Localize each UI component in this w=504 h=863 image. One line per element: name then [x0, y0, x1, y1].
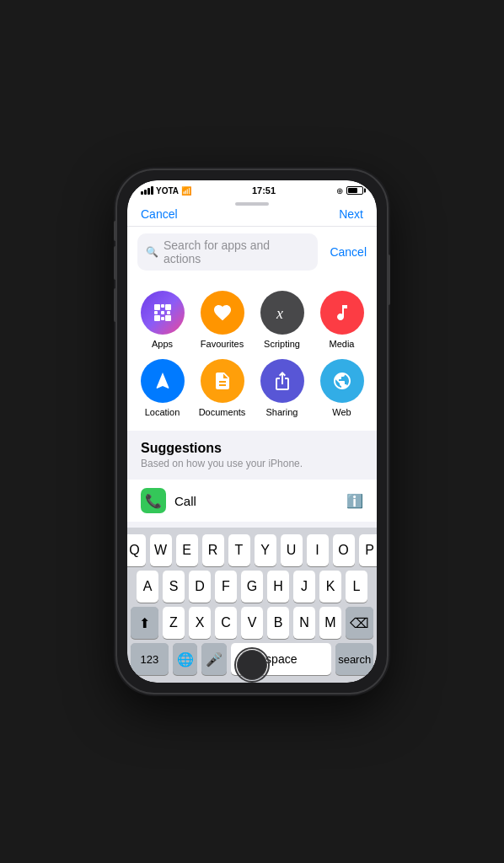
scripting-label: Scripting	[264, 339, 300, 349]
suggestion-call[interactable]: 📞 Call ℹ️	[127, 480, 377, 522]
key-n[interactable]: N	[293, 607, 315, 639]
suggestions-subtitle: Based on how you use your iPhone.	[141, 458, 363, 469]
key-l[interactable]: L	[346, 571, 367, 603]
key-o[interactable]: O	[333, 534, 355, 566]
key-i[interactable]: I	[307, 534, 329, 566]
category-web[interactable]: Web	[317, 359, 367, 417]
sheet-handle	[235, 202, 269, 206]
key-t[interactable]: T	[228, 534, 250, 566]
key-m[interactable]: M	[319, 607, 341, 639]
info-icon[interactable]: ℹ️	[346, 493, 363, 509]
mute-button[interactable]	[114, 221, 117, 241]
category-sharing[interactable]: Sharing	[257, 359, 307, 417]
sharing-label: Sharing	[266, 407, 298, 417]
keyboard-row-3: ⬆ Z X C V B N M ⌫	[131, 607, 373, 639]
category-scripting[interactable]: xScripting	[257, 291, 307, 349]
categories-grid: AppsFavouritesxScriptingMediaLocationDoc…	[137, 291, 367, 417]
suggestion-label: Call	[174, 494, 338, 508]
battery-icon	[346, 186, 363, 195]
location-icon	[141, 359, 185, 403]
documents-icon	[201, 359, 244, 403]
key-c[interactable]: C	[215, 607, 237, 639]
key-q[interactable]: Q	[127, 534, 146, 566]
svg-rect-1	[161, 304, 164, 308]
svg-rect-0	[154, 304, 160, 310]
call-app-icon: 📞	[141, 488, 166, 513]
svg-rect-4	[161, 311, 164, 314]
sharing-icon	[260, 359, 304, 403]
key-a[interactable]: A	[137, 571, 158, 603]
shift-key[interactable]: ⬆	[131, 607, 158, 639]
documents-label: Documents	[199, 407, 246, 417]
category-apps[interactable]: Apps	[137, 291, 187, 349]
volume-down-button[interactable]	[114, 288, 117, 322]
location-label: Location	[145, 407, 180, 417]
volume-up-button[interactable]	[114, 246, 117, 280]
mic-key[interactable]: 🎤	[201, 643, 227, 675]
key-x[interactable]: X	[189, 607, 211, 639]
signal-bar-3	[147, 188, 150, 195]
key-u[interactable]: U	[281, 534, 303, 566]
category-documents[interactable]: Documents	[197, 359, 247, 417]
search-input[interactable]: Search for apps and actions	[164, 239, 309, 265]
key-w[interactable]: W	[150, 534, 172, 566]
signal-bar-2	[144, 190, 147, 195]
phone-frame: YOTA 📶 17:51 ⊕ Cancel Next	[117, 170, 387, 693]
phone-screen: YOTA 📶 17:51 ⊕ Cancel Next	[127, 180, 377, 683]
location-status-icon: ⊕	[336, 186, 343, 196]
scripting-icon: x	[260, 291, 304, 335]
status-bar: YOTA 📶 17:51 ⊕	[127, 180, 377, 199]
key-y[interactable]: Y	[255, 534, 276, 566]
suggestions-section: Suggestions Based on how you use your iP…	[127, 431, 377, 528]
search-bar-container: 🔍 Search for apps and actions Cancel	[127, 227, 377, 277]
key-g[interactable]: G	[241, 571, 263, 603]
svg-rect-8	[165, 315, 171, 321]
power-button[interactable]	[387, 255, 390, 305]
categories-section: AppsFavouritesxScriptingMediaLocationDoc…	[127, 277, 377, 431]
key-p[interactable]: P	[359, 534, 378, 566]
status-right: ⊕	[336, 186, 363, 196]
signal-bars	[141, 186, 153, 195]
status-time: 17:51	[252, 185, 276, 196]
search-key[interactable]: search	[335, 643, 373, 675]
key-v[interactable]: V	[241, 607, 263, 639]
numbers-key[interactable]: 123	[131, 643, 169, 675]
key-s[interactable]: S	[163, 571, 185, 603]
key-f[interactable]: F	[215, 571, 237, 603]
key-j[interactable]: J	[293, 571, 315, 603]
web-icon	[320, 359, 364, 403]
key-k[interactable]: K	[319, 571, 341, 603]
apps-label: Apps	[152, 339, 173, 349]
category-location[interactable]: Location	[137, 359, 187, 417]
svg-rect-3	[154, 311, 158, 314]
favourites-label: Favourites	[201, 339, 244, 349]
media-icon	[320, 291, 364, 335]
cancel-button[interactable]: Cancel	[141, 207, 178, 221]
category-favourites[interactable]: Favourites	[197, 291, 247, 349]
delete-key[interactable]: ⌫	[346, 607, 373, 639]
key-z[interactable]: Z	[163, 607, 185, 639]
svg-rect-7	[161, 317, 164, 320]
search-bar[interactable]: 🔍 Search for apps and actions	[137, 233, 318, 271]
globe-key[interactable]: 🌐	[173, 643, 198, 675]
key-b[interactable]: B	[267, 607, 289, 639]
key-e[interactable]: E	[176, 534, 198, 566]
ios-screen: YOTA 📶 17:51 ⊕ Cancel Next	[127, 180, 377, 683]
suggestions-header: Suggestions Based on how you use your iP…	[127, 431, 377, 473]
search-icon: 🔍	[146, 246, 158, 258]
key-r[interactable]: R	[202, 534, 224, 566]
svg-text:x: x	[276, 305, 283, 322]
svg-rect-2	[165, 304, 171, 310]
search-cancel-button[interactable]: Cancel	[330, 245, 367, 259]
suggestions-title: Suggestions	[141, 441, 363, 456]
media-label: Media	[330, 339, 355, 349]
next-button[interactable]: Next	[339, 207, 363, 221]
key-h[interactable]: H	[267, 571, 289, 603]
category-media[interactable]: Media	[317, 291, 367, 349]
key-d[interactable]: D	[189, 571, 211, 603]
status-left: YOTA 📶	[141, 186, 191, 196]
home-button-inner	[237, 650, 267, 680]
home-button[interactable]	[234, 647, 270, 683]
web-label: Web	[332, 407, 351, 417]
nav-bar: Cancel Next	[127, 199, 377, 227]
